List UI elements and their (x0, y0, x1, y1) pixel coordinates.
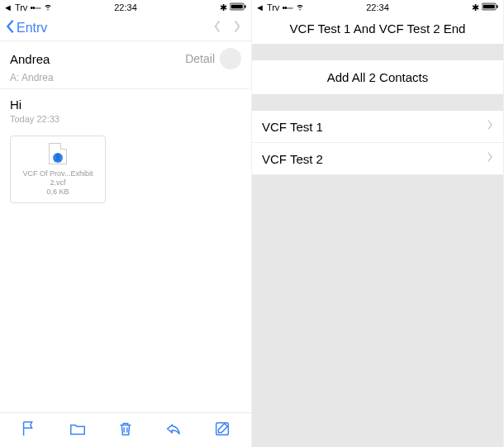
empty-area (252, 175, 503, 447)
clock: 22:34 (85, 2, 167, 12)
battery-icon (230, 2, 248, 12)
status-bar: ◄ Trv ••◦◦◦ 22:34 ✱ (252, 0, 503, 15)
flag-icon[interactable] (20, 420, 38, 441)
contact-name: VCF Test 2 (262, 152, 323, 166)
back-chevron-icon[interactable] (5, 19, 15, 37)
vcf-title: VCF Test 1 And VCF Test 2 End (252, 15, 503, 60)
vcf-attachment[interactable]: 👤 VCF Of Prov...Exhibit 2.vcf 0,6 KB (10, 136, 106, 203)
contact-name: VCF Test 1 (262, 120, 323, 134)
svg-rect-1 (231, 5, 243, 9)
svg-rect-5 (483, 5, 495, 9)
status-bar: ◄ Trv ••◦◦◦ 22:34 ✱ (0, 0, 251, 15)
subject-line: Hi (10, 97, 241, 112)
contact-row[interactable]: VCF Test 1 (252, 111, 503, 143)
sender-name[interactable]: Andrea (10, 52, 185, 66)
chevron-right-icon (487, 119, 493, 134)
mail-screen: ◄ Trv ••◦◦◦ 22:34 ✱ Entrv (0, 0, 252, 447)
attachment-size: 0,6 KB (46, 188, 69, 196)
message-header: Andrea Detail A: Andrea (0, 41, 251, 89)
reply-icon[interactable] (164, 420, 183, 441)
detail-link[interactable]: Detail (185, 52, 215, 65)
back-to-app-icon[interactable]: ◄ (255, 2, 264, 12)
wifi-icon (43, 2, 53, 13)
back-to-app-icon[interactable]: ◄ (3, 2, 12, 12)
battery-icon (482, 2, 500, 12)
timestamp: Today 22:33 (10, 114, 241, 124)
bluetooth-icon: ✱ (220, 2, 227, 13)
svg-rect-2 (245, 5, 246, 7)
bluetooth-icon: ✱ (472, 2, 479, 13)
avatar[interactable] (220, 48, 241, 69)
contact-list: VCF Test 1 VCF Test 2 (252, 111, 503, 175)
nav-bar: Entrv (0, 15, 251, 41)
mail-toolbar (0, 412, 251, 447)
prev-message-icon[interactable] (213, 20, 221, 36)
attachment-filename: VCF Of Prov...Exhibit 2.vcf (16, 169, 100, 188)
compose-icon[interactable] (213, 420, 231, 441)
to-line: A: Andrea (10, 72, 241, 83)
vcf-import-screen: ◄ Trv ••◦◦◦ 22:34 ✱ VCF Test 1 And VCF T… (252, 0, 504, 447)
chevron-right-icon (487, 151, 493, 166)
carrier-label: Trv (15, 2, 27, 12)
wifi-icon (295, 2, 305, 13)
vcf-file-icon: 👤 (49, 143, 67, 164)
add-all-contacts-button[interactable]: Add All 2 Contacts (252, 60, 503, 111)
folder-icon[interactable] (69, 420, 87, 441)
clock: 22:34 (337, 2, 419, 12)
signal-dots: ••◦◦◦ (30, 3, 40, 12)
signal-dots: ••◦◦◦ (282, 3, 292, 12)
trash-icon[interactable] (116, 420, 135, 441)
message-body: Hi Today 22:33 👤 VCF Of Prov...Exhibit 2… (0, 89, 251, 412)
carrier-label: Trv (267, 2, 279, 12)
svg-rect-6 (497, 5, 498, 7)
contact-row[interactable]: VCF Test 2 (252, 143, 503, 175)
back-label[interactable]: Entrv (17, 21, 47, 36)
next-message-icon[interactable] (233, 20, 241, 36)
